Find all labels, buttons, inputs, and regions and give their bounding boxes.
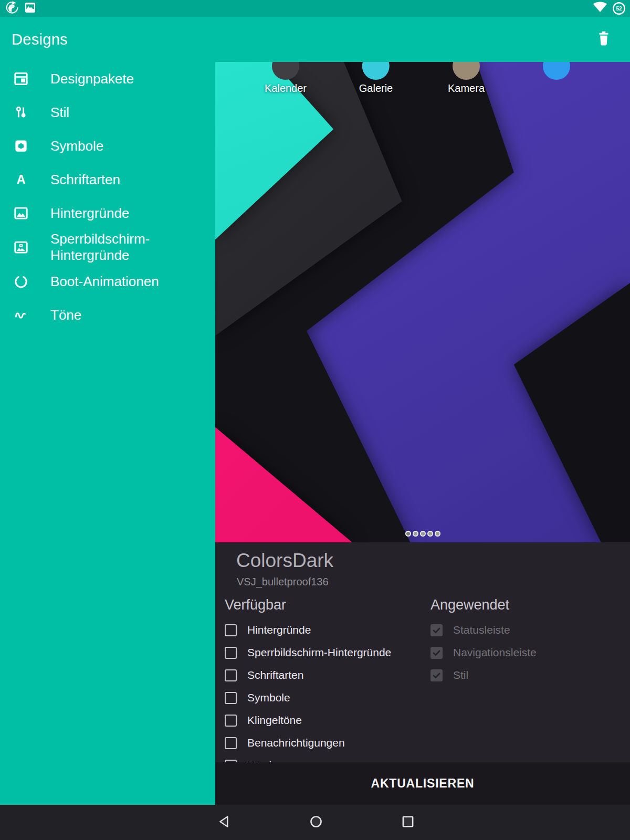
sidebar-item-label: Designpakete bbox=[50, 71, 205, 87]
page-dot bbox=[427, 531, 433, 537]
checkbox-label: Benachrichtigungen bbox=[247, 737, 345, 749]
applied-row-stil: Stil bbox=[430, 669, 625, 681]
sidebar-item-label: Schriftarten bbox=[50, 172, 205, 188]
available-row-hintergr-nde: Hintergründe bbox=[225, 624, 424, 636]
theme-name: ColorsDark bbox=[236, 550, 333, 572]
boot-animation-icon bbox=[13, 274, 39, 289]
applied-row-statusleiste: Statusleiste bbox=[430, 624, 625, 636]
shortcut-label: Galerie bbox=[359, 82, 393, 94]
checkbox-label: Navigationsleiste bbox=[453, 646, 537, 659]
checkbox-unchecked[interactable] bbox=[225, 624, 237, 636]
fonts-icon: A bbox=[13, 172, 39, 187]
update-button-label: AKTUALISIEREN bbox=[371, 776, 475, 791]
theme-detail-pane: KalenderGalerieKamera ColorsDark VSJ_bul… bbox=[215, 62, 630, 805]
page-dot bbox=[413, 531, 418, 537]
sidebar-item-hintergr-nde[interactable]: Hintergründe bbox=[0, 196, 215, 230]
checkbox-label: Klingeltöne bbox=[247, 714, 302, 727]
style-icon bbox=[13, 104, 39, 120]
available-row-schriftarten: Schriftarten bbox=[225, 669, 424, 681]
lockscreen-wallpaper-icon bbox=[13, 239, 39, 255]
sidebar-item-stil[interactable]: Stil bbox=[0, 96, 215, 129]
home-shortcut-kamera: Kamera bbox=[448, 62, 485, 94]
checkbox-label: Schriftarten bbox=[247, 669, 303, 681]
checkbox-label: Hintergründe bbox=[247, 624, 311, 636]
wallpaper-dark-right-chevron bbox=[215, 62, 630, 542]
page-dot bbox=[405, 531, 411, 537]
checkbox-unchecked[interactable] bbox=[225, 715, 237, 727]
checkbox-unchecked[interactable] bbox=[225, 737, 237, 749]
home-shortcut-galerie: Galerie bbox=[359, 62, 393, 94]
sidebar-item-label: Hintergründe bbox=[50, 205, 205, 222]
app-bar: Designs bbox=[0, 17, 630, 62]
recents-button[interactable] bbox=[387, 805, 429, 840]
sidebar-item-label: Boot-Animationen bbox=[50, 274, 205, 290]
wifi-icon bbox=[593, 2, 607, 15]
shortcut-label: Kamera bbox=[448, 82, 485, 94]
home-icon bbox=[308, 814, 324, 832]
home-shortcut-kalender: Kalender bbox=[265, 62, 307, 94]
android-nav-bar bbox=[0, 805, 630, 840]
available-components-column: Verfügbar HintergründeSperrbildschirm-Hi… bbox=[225, 597, 424, 762]
checkbox-label: Sperrbildschirm-Hintergründe bbox=[247, 646, 391, 659]
checkbox-unchecked[interactable] bbox=[225, 647, 237, 659]
checkbox-checked bbox=[430, 647, 443, 659]
sidebar-item-schriftarten[interactable]: ASchriftarten bbox=[0, 163, 215, 196]
theme-packs-icon bbox=[13, 71, 39, 87]
trash-icon bbox=[597, 30, 611, 48]
available-row-sperrbildschirm-hintergr-nde: Sperrbildschirm-Hintergründe bbox=[225, 646, 424, 659]
app-icon-circle bbox=[543, 62, 570, 80]
checkbox-label: Symbole bbox=[247, 691, 290, 704]
shortcut-label: Kalender bbox=[265, 82, 307, 94]
applied-row-navigationsleiste: Navigationsleiste bbox=[430, 646, 625, 659]
sidebar-item-label: Symbole bbox=[50, 138, 205, 154]
sounds-icon bbox=[13, 307, 39, 323]
photo-notification-icon bbox=[25, 2, 36, 15]
battery-circle-icon: 52 bbox=[612, 2, 626, 15]
available-row-klingelt-ne: Klingeltöne bbox=[225, 714, 424, 727]
page-dot bbox=[435, 531, 440, 537]
home-button[interactable] bbox=[295, 805, 337, 840]
page-title: Designs bbox=[12, 17, 68, 62]
back-button[interactable] bbox=[204, 805, 246, 840]
home-shortcut-extra bbox=[543, 62, 570, 80]
available-header: Verfügbar bbox=[225, 597, 424, 613]
update-button[interactable]: AKTUALISIEREN bbox=[215, 762, 630, 805]
page-dot bbox=[420, 531, 426, 537]
checkbox-label: Stil bbox=[453, 669, 468, 681]
sidebar-item-t-ne[interactable]: Töne bbox=[0, 298, 215, 332]
checkbox-unchecked[interactable] bbox=[225, 669, 237, 681]
app-icon-circle bbox=[272, 62, 299, 80]
sidebar-item-symbole[interactable]: Symbole bbox=[0, 129, 215, 163]
checkbox-label: Statusleiste bbox=[453, 624, 510, 636]
theme-info-panel: ColorsDark VSJ_bulletproof136 Verfügbar … bbox=[215, 542, 630, 762]
available-row-benachrichtigungen: Benachrichtigungen bbox=[225, 737, 424, 749]
sidebar-item-boot-animationen[interactable]: Boot-Animationen bbox=[0, 265, 215, 298]
sidebar-item-label: Töne bbox=[50, 307, 205, 323]
unicorn-icon bbox=[5, 0, 18, 17]
status-bar: 52 bbox=[0, 0, 630, 17]
status-bar-notification-icons bbox=[5, 1, 36, 16]
themes-app-screen: 52 Designs DesignpaketeStilSymboleASchri… bbox=[0, 0, 630, 840]
checkbox-checked bbox=[430, 624, 443, 636]
sidebar-item-label: Sperrbildschirm-Hintergründe bbox=[50, 231, 205, 264]
available-row-symbole: Symbole bbox=[225, 691, 424, 704]
back-icon bbox=[217, 814, 233, 832]
applied-components-column: Angewendet StatusleisteNavigationsleiste… bbox=[430, 597, 625, 691]
status-bar-system-icons: 52 bbox=[593, 1, 626, 16]
delete-theme-button[interactable] bbox=[593, 17, 614, 62]
sidebar-item-label: Stil bbox=[50, 104, 205, 121]
svg-text:A: A bbox=[16, 172, 25, 186]
sidebar-item-designpakete[interactable]: Designpakete bbox=[0, 62, 215, 96]
sidebar-nav: DesignpaketeStilSymboleASchriftartenHint… bbox=[0, 62, 215, 805]
icons-icon bbox=[13, 138, 39, 154]
app-icon-circle bbox=[362, 62, 390, 80]
battery-percent: 52 bbox=[612, 2, 626, 15]
page-indicator bbox=[215, 531, 630, 537]
theme-author: VSJ_bulletproof136 bbox=[237, 576, 329, 588]
theme-preview-carousel[interactable]: KalenderGalerieKamera bbox=[215, 62, 630, 542]
sidebar-item-sperrbildschirm-hintergr-nde[interactable]: Sperrbildschirm-Hintergründe bbox=[0, 230, 215, 265]
checkbox-unchecked[interactable] bbox=[225, 692, 237, 704]
recents-icon bbox=[400, 814, 416, 832]
app-icon-circle bbox=[453, 62, 480, 80]
checkbox-checked bbox=[430, 669, 443, 681]
